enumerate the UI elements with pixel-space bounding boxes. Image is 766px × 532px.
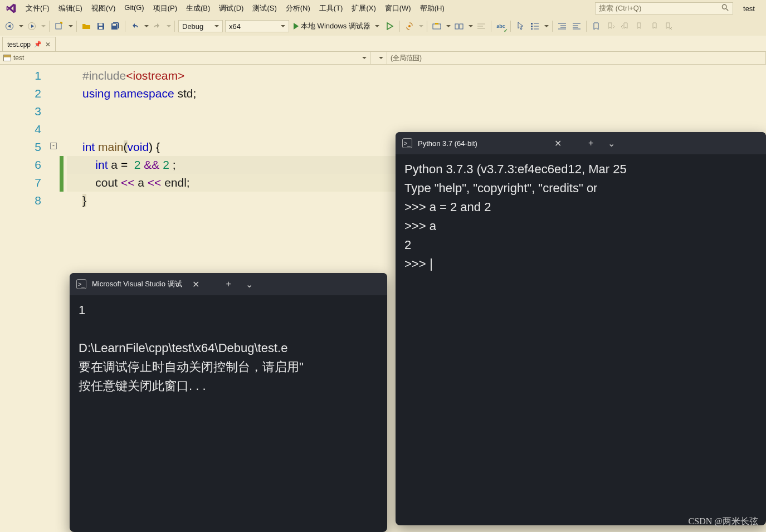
menu-item[interactable]: 窗口(W) bbox=[380, 2, 416, 15]
config-combo[interactable]: Debug bbox=[178, 20, 223, 32]
svg-rect-4 bbox=[99, 27, 103, 29]
bookmark-icon[interactable] bbox=[590, 20, 602, 32]
nav-middle[interactable] bbox=[370, 52, 387, 64]
platform-combo[interactable]: x64 bbox=[225, 20, 289, 32]
toolbox-icon-2[interactable] bbox=[453, 20, 465, 32]
toolbar: Debug x64 本地 Windows 调试器 abc✓ bbox=[0, 17, 766, 36]
chevron-down-icon[interactable] bbox=[19, 25, 23, 28]
menu-item[interactable]: 文件(F) bbox=[21, 2, 54, 15]
new-item-icon[interactable] bbox=[53, 20, 65, 32]
svg-rect-9 bbox=[455, 24, 458, 29]
code-line: int main(void) { bbox=[67, 138, 160, 156]
chevron-down-icon bbox=[362, 57, 367, 59]
bookmark-3-icon bbox=[633, 20, 646, 32]
visual-studio-logo-icon bbox=[3, 3, 19, 14]
redo-icon bbox=[151, 20, 163, 32]
open-file-icon[interactable] bbox=[80, 20, 92, 32]
project-icon bbox=[3, 55, 11, 61]
debug-console-window: >_ Microsoft Visual Studio 调试 ✕ + ⌄ 1 D:… bbox=[70, 273, 387, 532]
new-tab-icon[interactable]: + bbox=[222, 277, 236, 291]
code-line: using namespace std; bbox=[67, 85, 196, 103]
start-without-debug-icon[interactable] bbox=[384, 20, 396, 32]
pin-icon[interactable]: 📌 bbox=[34, 41, 42, 48]
bookmark-prev-icon bbox=[604, 20, 617, 32]
svg-point-0 bbox=[722, 4, 726, 9]
console-titlebar[interactable]: >_ Python 3.7 (64-bit) ✕ + ⌄ bbox=[396, 132, 766, 154]
menu-item[interactable]: 调试(D) bbox=[214, 2, 248, 15]
svg-rect-5 bbox=[113, 24, 116, 26]
chevron-down-icon[interactable] bbox=[469, 25, 473, 28]
chevron-down-icon[interactable] bbox=[69, 25, 73, 28]
chevron-down-icon[interactable] bbox=[446, 25, 451, 28]
menu-item[interactable]: 编辑(E) bbox=[54, 2, 87, 15]
menu-items: 文件(F)编辑(E)视图(V)Git(G)项目(P)生成(B)调试(D)测试(S… bbox=[21, 2, 449, 15]
cursor-icon[interactable] bbox=[514, 20, 526, 32]
indent-icon[interactable] bbox=[556, 20, 568, 32]
svg-rect-15 bbox=[531, 26, 533, 27]
align-icon bbox=[475, 20, 487, 32]
console-output[interactable]: Python 3.7.3 (v3.7.3:ef4ec6ed12, Mar 25 … bbox=[396, 154, 766, 279]
chevron-down-icon[interactable]: ⌄ bbox=[241, 277, 257, 292]
bookmark-4-icon bbox=[648, 20, 660, 32]
nav-scope-combo[interactable]: (全局范围) bbox=[387, 52, 766, 64]
svg-line-1 bbox=[726, 8, 729, 11]
line-number: 3 bbox=[0, 103, 67, 120]
menu-item[interactable]: 项目(P) bbox=[149, 2, 182, 15]
list-icon[interactable] bbox=[529, 20, 541, 32]
toolbox-icon-1[interactable] bbox=[431, 20, 443, 32]
line-number: 8 bbox=[0, 192, 67, 209]
svg-point-6 bbox=[408, 25, 411, 27]
menu-item[interactable]: 视图(V) bbox=[87, 2, 120, 15]
code-line: #include<iostream> bbox=[67, 67, 184, 85]
menu-item[interactable]: 工具(T) bbox=[315, 2, 348, 15]
bookmark-next-icon bbox=[619, 20, 631, 32]
terminal-icon: >_ bbox=[402, 138, 412, 148]
nav-forward-button bbox=[26, 20, 38, 32]
undo-icon[interactable] bbox=[129, 20, 141, 32]
console-titlebar[interactable]: >_ Microsoft Visual Studio 调试 ✕ + ⌄ bbox=[70, 273, 387, 295]
tab-title: test.cpp bbox=[7, 41, 31, 48]
search-box[interactable]: 搜索 (Ctrl+Q) bbox=[595, 2, 733, 14]
close-icon[interactable]: ✕ bbox=[550, 136, 566, 151]
save-all-icon[interactable] bbox=[109, 20, 121, 32]
line-number: 1 bbox=[0, 67, 67, 85]
menu-item[interactable]: 测试(S) bbox=[248, 2, 281, 15]
svg-rect-3 bbox=[99, 23, 103, 26]
nav-back-button[interactable] bbox=[3, 20, 16, 32]
save-icon[interactable] bbox=[95, 20, 107, 32]
menu-item[interactable]: 分析(N) bbox=[281, 2, 315, 15]
code-nav-bar: test (全局范围) bbox=[0, 51, 766, 65]
svg-rect-16 bbox=[531, 28, 533, 30]
svg-rect-14 bbox=[531, 23, 533, 25]
hot-reload-icon bbox=[403, 20, 416, 32]
chevron-down-icon[interactable] bbox=[544, 25, 549, 28]
tab-strip: test.cpp 📌 ✕ bbox=[0, 36, 766, 51]
close-icon[interactable]: ✕ bbox=[188, 277, 204, 292]
console-title: Python 3.7 (64-bit) bbox=[418, 139, 477, 148]
menu-item[interactable]: 帮助(H) bbox=[416, 2, 449, 15]
menu-item[interactable]: 扩展(X) bbox=[347, 2, 380, 15]
watermark-text: CSDN @两米长弦 bbox=[689, 516, 758, 528]
python-console-window: >_ Python 3.7 (64-bit) ✕ + ⌄ Python 3.7.… bbox=[396, 132, 766, 525]
code-line: } bbox=[67, 192, 86, 209]
menu-bar: 文件(F)编辑(E)视图(V)Git(G)项目(P)生成(B)调试(D)测试(S… bbox=[0, 0, 766, 17]
search-placeholder: 搜索 (Ctrl+Q) bbox=[599, 3, 641, 13]
fold-icon[interactable]: - bbox=[50, 143, 57, 149]
outdent-icon[interactable] bbox=[570, 20, 583, 32]
menu-item[interactable]: 生成(B) bbox=[182, 2, 214, 15]
abc-icon[interactable]: abc✓ bbox=[495, 20, 507, 32]
search-icon bbox=[721, 4, 729, 13]
nav-project-combo[interactable]: test bbox=[0, 52, 370, 64]
tab-test-cpp[interactable]: test.cpp 📌 ✕ bbox=[2, 37, 56, 51]
chevron-down-icon[interactable] bbox=[144, 25, 149, 28]
start-debug-button[interactable]: 本地 Windows 调试器 bbox=[291, 21, 382, 31]
svg-rect-2 bbox=[56, 23, 61, 29]
play-icon bbox=[294, 23, 299, 30]
close-icon[interactable]: ✕ bbox=[45, 41, 51, 48]
chevron-down-icon[interactable]: ⌄ bbox=[603, 136, 619, 151]
menu-item[interactable]: Git(G) bbox=[120, 2, 148, 15]
line-number: 4 bbox=[0, 120, 67, 138]
new-tab-icon[interactable]: + bbox=[584, 136, 598, 150]
line-number: 5- bbox=[0, 138, 67, 156]
console-output[interactable]: 1 D:\LearnFile\cpp\test\x64\Debug\test.e… bbox=[70, 295, 387, 401]
